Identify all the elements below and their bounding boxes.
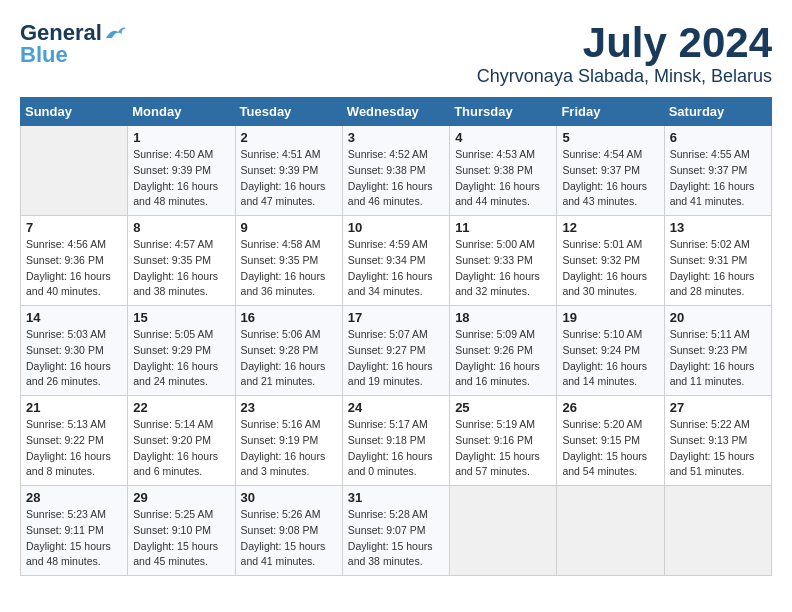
day-number: 6 — [670, 130, 766, 145]
day-info: Sunrise: 5:05 AM Sunset: 9:29 PM Dayligh… — [133, 327, 229, 390]
calendar-cell: 21Sunrise: 5:13 AM Sunset: 9:22 PM Dayli… — [21, 396, 128, 486]
day-number: 28 — [26, 490, 122, 505]
calendar-header-tuesday: Tuesday — [235, 98, 342, 126]
day-number: 20 — [670, 310, 766, 325]
calendar-header-wednesday: Wednesday — [342, 98, 449, 126]
day-info: Sunrise: 5:17 AM Sunset: 9:18 PM Dayligh… — [348, 417, 444, 480]
day-number: 30 — [241, 490, 337, 505]
day-info: Sunrise: 5:14 AM Sunset: 9:20 PM Dayligh… — [133, 417, 229, 480]
calendar-cell: 16Sunrise: 5:06 AM Sunset: 9:28 PM Dayli… — [235, 306, 342, 396]
day-number: 7 — [26, 220, 122, 235]
day-number: 5 — [562, 130, 658, 145]
day-number: 12 — [562, 220, 658, 235]
calendar-cell: 17Sunrise: 5:07 AM Sunset: 9:27 PM Dayli… — [342, 306, 449, 396]
calendar-cell: 19Sunrise: 5:10 AM Sunset: 9:24 PM Dayli… — [557, 306, 664, 396]
calendar-cell: 4Sunrise: 4:53 AM Sunset: 9:38 PM Daylig… — [450, 126, 557, 216]
logo: General Blue — [20, 20, 126, 68]
day-info: Sunrise: 5:20 AM Sunset: 9:15 PM Dayligh… — [562, 417, 658, 480]
day-number: 1 — [133, 130, 229, 145]
location-title: Chyrvonaya Slabada, Minsk, Belarus — [477, 66, 772, 87]
day-number: 23 — [241, 400, 337, 415]
day-info: Sunrise: 5:19 AM Sunset: 9:16 PM Dayligh… — [455, 417, 551, 480]
day-info: Sunrise: 5:10 AM Sunset: 9:24 PM Dayligh… — [562, 327, 658, 390]
calendar-week-3: 14Sunrise: 5:03 AM Sunset: 9:30 PM Dayli… — [21, 306, 772, 396]
day-number: 8 — [133, 220, 229, 235]
day-info: Sunrise: 5:13 AM Sunset: 9:22 PM Dayligh… — [26, 417, 122, 480]
calendar-header-monday: Monday — [128, 98, 235, 126]
calendar-cell: 8Sunrise: 4:57 AM Sunset: 9:35 PM Daylig… — [128, 216, 235, 306]
day-number: 18 — [455, 310, 551, 325]
day-info: Sunrise: 5:02 AM Sunset: 9:31 PM Dayligh… — [670, 237, 766, 300]
day-info: Sunrise: 4:59 AM Sunset: 9:34 PM Dayligh… — [348, 237, 444, 300]
calendar-cell: 20Sunrise: 5:11 AM Sunset: 9:23 PM Dayli… — [664, 306, 771, 396]
calendar-cell: 25Sunrise: 5:19 AM Sunset: 9:16 PM Dayli… — [450, 396, 557, 486]
day-info: Sunrise: 5:11 AM Sunset: 9:23 PM Dayligh… — [670, 327, 766, 390]
day-info: Sunrise: 5:22 AM Sunset: 9:13 PM Dayligh… — [670, 417, 766, 480]
calendar-cell: 10Sunrise: 4:59 AM Sunset: 9:34 PM Dayli… — [342, 216, 449, 306]
calendar-cell: 13Sunrise: 5:02 AM Sunset: 9:31 PM Dayli… — [664, 216, 771, 306]
day-number: 21 — [26, 400, 122, 415]
day-info: Sunrise: 4:55 AM Sunset: 9:37 PM Dayligh… — [670, 147, 766, 210]
day-info: Sunrise: 5:16 AM Sunset: 9:19 PM Dayligh… — [241, 417, 337, 480]
calendar-cell: 29Sunrise: 5:25 AM Sunset: 9:10 PM Dayli… — [128, 486, 235, 576]
calendar-week-2: 7Sunrise: 4:56 AM Sunset: 9:36 PM Daylig… — [21, 216, 772, 306]
day-info: Sunrise: 4:50 AM Sunset: 9:39 PM Dayligh… — [133, 147, 229, 210]
calendar-cell: 26Sunrise: 5:20 AM Sunset: 9:15 PM Dayli… — [557, 396, 664, 486]
calendar: SundayMondayTuesdayWednesdayThursdayFrid… — [20, 97, 772, 576]
day-info: Sunrise: 5:28 AM Sunset: 9:07 PM Dayligh… — [348, 507, 444, 570]
day-info: Sunrise: 5:25 AM Sunset: 9:10 PM Dayligh… — [133, 507, 229, 570]
day-number: 25 — [455, 400, 551, 415]
calendar-cell: 12Sunrise: 5:01 AM Sunset: 9:32 PM Dayli… — [557, 216, 664, 306]
day-number: 10 — [348, 220, 444, 235]
day-number: 13 — [670, 220, 766, 235]
calendar-header-thursday: Thursday — [450, 98, 557, 126]
month-title: July 2024 — [477, 20, 772, 66]
day-info: Sunrise: 5:26 AM Sunset: 9:08 PM Dayligh… — [241, 507, 337, 570]
day-number: 15 — [133, 310, 229, 325]
day-info: Sunrise: 5:23 AM Sunset: 9:11 PM Dayligh… — [26, 507, 122, 570]
day-info: Sunrise: 4:53 AM Sunset: 9:38 PM Dayligh… — [455, 147, 551, 210]
day-number: 26 — [562, 400, 658, 415]
calendar-header-friday: Friday — [557, 98, 664, 126]
header: General Blue July 2024 Chyrvonaya Slabad… — [20, 20, 772, 87]
day-number: 16 — [241, 310, 337, 325]
day-number: 27 — [670, 400, 766, 415]
calendar-cell: 3Sunrise: 4:52 AM Sunset: 9:38 PM Daylig… — [342, 126, 449, 216]
day-number: 29 — [133, 490, 229, 505]
day-number: 14 — [26, 310, 122, 325]
calendar-cell: 7Sunrise: 4:56 AM Sunset: 9:36 PM Daylig… — [21, 216, 128, 306]
day-info: Sunrise: 4:54 AM Sunset: 9:37 PM Dayligh… — [562, 147, 658, 210]
calendar-cell — [664, 486, 771, 576]
calendar-cell: 11Sunrise: 5:00 AM Sunset: 9:33 PM Dayli… — [450, 216, 557, 306]
calendar-header-saturday: Saturday — [664, 98, 771, 126]
calendar-cell: 15Sunrise: 5:05 AM Sunset: 9:29 PM Dayli… — [128, 306, 235, 396]
calendar-cell: 27Sunrise: 5:22 AM Sunset: 9:13 PM Dayli… — [664, 396, 771, 486]
calendar-cell: 28Sunrise: 5:23 AM Sunset: 9:11 PM Dayli… — [21, 486, 128, 576]
day-number: 4 — [455, 130, 551, 145]
day-info: Sunrise: 5:09 AM Sunset: 9:26 PM Dayligh… — [455, 327, 551, 390]
calendar-cell: 1Sunrise: 4:50 AM Sunset: 9:39 PM Daylig… — [128, 126, 235, 216]
day-info: Sunrise: 5:01 AM Sunset: 9:32 PM Dayligh… — [562, 237, 658, 300]
calendar-cell — [450, 486, 557, 576]
calendar-cell — [557, 486, 664, 576]
day-number: 24 — [348, 400, 444, 415]
day-number: 22 — [133, 400, 229, 415]
day-info: Sunrise: 5:00 AM Sunset: 9:33 PM Dayligh… — [455, 237, 551, 300]
calendar-cell: 2Sunrise: 4:51 AM Sunset: 9:39 PM Daylig… — [235, 126, 342, 216]
day-info: Sunrise: 4:56 AM Sunset: 9:36 PM Dayligh… — [26, 237, 122, 300]
logo-bird-icon — [104, 24, 126, 42]
title-area: July 2024 Chyrvonaya Slabada, Minsk, Bel… — [477, 20, 772, 87]
calendar-cell: 14Sunrise: 5:03 AM Sunset: 9:30 PM Dayli… — [21, 306, 128, 396]
calendar-cell: 24Sunrise: 5:17 AM Sunset: 9:18 PM Dayli… — [342, 396, 449, 486]
calendar-cell — [21, 126, 128, 216]
calendar-week-4: 21Sunrise: 5:13 AM Sunset: 9:22 PM Dayli… — [21, 396, 772, 486]
logo-blue: Blue — [20, 42, 68, 68]
calendar-week-1: 1Sunrise: 4:50 AM Sunset: 9:39 PM Daylig… — [21, 126, 772, 216]
day-info: Sunrise: 4:51 AM Sunset: 9:39 PM Dayligh… — [241, 147, 337, 210]
day-info: Sunrise: 4:57 AM Sunset: 9:35 PM Dayligh… — [133, 237, 229, 300]
calendar-cell: 9Sunrise: 4:58 AM Sunset: 9:35 PM Daylig… — [235, 216, 342, 306]
day-number: 9 — [241, 220, 337, 235]
calendar-header-sunday: Sunday — [21, 98, 128, 126]
day-number: 11 — [455, 220, 551, 235]
day-info: Sunrise: 5:06 AM Sunset: 9:28 PM Dayligh… — [241, 327, 337, 390]
